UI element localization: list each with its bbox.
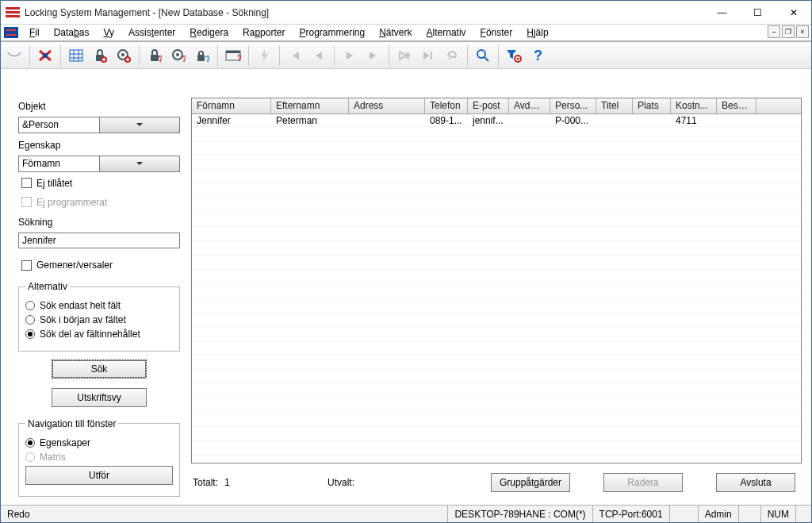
tool-apply-icon[interactable]: [416, 44, 440, 67]
radio-matris: Matris: [25, 452, 173, 463]
status-port: TCP-Port:6001: [592, 506, 669, 522]
col-epost[interactable]: E-post: [468, 98, 509, 113]
sok-button[interactable]: Sök: [52, 360, 147, 379]
mdi-window-controls: – ❐ ×: [768, 25, 809, 38]
tool-filter-gear-icon[interactable]: [502, 44, 526, 67]
col-efternamn[interactable]: Efternamn: [271, 98, 349, 113]
svg-point-10: [176, 53, 179, 56]
col-kostn[interactable]: Kostn...: [671, 98, 717, 113]
tool-transponder-properties-icon[interactable]: ?: [167, 44, 190, 67]
svg-point-17: [477, 50, 485, 58]
ej-programmerat-checkbox: Ej programmerat: [21, 197, 180, 208]
tool-login-icon[interactable]: [2, 44, 26, 67]
utfor-button[interactable]: Utför: [25, 466, 173, 485]
menu-assistenter[interactable]: Assistenter: [122, 27, 182, 38]
col-fornamn[interactable]: Förnamn: [192, 98, 271, 113]
svg-text:?: ?: [205, 54, 209, 63]
status-ready: Redo: [1, 506, 447, 522]
gruppatgarder-button[interactable]: Gruppåtgärder: [491, 473, 570, 492]
menu-bar: Fil Databas Vy Assistenter Redigera Rapp…: [1, 25, 811, 42]
navigation-group: Navigation till fönster Egenskaper Matri…: [18, 418, 180, 497]
tool-grid-icon[interactable]: [64, 44, 88, 67]
minimize-button[interactable]: —: [704, 1, 740, 24]
tool-first-icon[interactable]: [283, 44, 307, 67]
menu-redigera[interactable]: Redigera: [183, 27, 235, 38]
totalt-label: Totalt:: [193, 477, 218, 488]
chevron-down-icon: [99, 156, 180, 171]
radio-del[interactable]: Sök del av fältinnehållet: [25, 329, 173, 340]
case-checkbox[interactable]: Gemener/versaler: [21, 260, 180, 271]
search-panel: Objekt &Person Egenskap Förnamn Ej tillå…: [18, 98, 180, 498]
radio-egenskaper[interactable]: Egenskaper: [25, 437, 173, 448]
tool-refresh-icon[interactable]: [440, 44, 464, 67]
status-host: DESKTOP-789HANE : COM(*): [447, 506, 592, 522]
svg-rect-1: [70, 50, 82, 61]
menu-alternativ[interactable]: Alternativ: [420, 27, 473, 38]
menu-databas[interactable]: Databas: [48, 27, 96, 38]
menu-vy[interactable]: Vy: [97, 27, 121, 38]
status-user: Admin: [698, 506, 738, 522]
utvalt-label: Utvalt:: [327, 477, 354, 488]
grid-header: Förnamn Efternamn Adress Telefon E-post …: [192, 98, 801, 114]
menu-fonster[interactable]: Fönster: [474, 27, 519, 38]
menu-system-icon[interactable]: [4, 27, 18, 38]
results-grid[interactable]: Förnamn Efternamn Adress Telefon E-post …: [191, 98, 802, 463]
menu-programmering[interactable]: Programmering: [293, 27, 371, 38]
sokning-label: Sökning: [18, 217, 180, 228]
window-title: Locking System Management - [New Databas…: [25, 7, 269, 18]
svg-text:?: ?: [534, 48, 542, 63]
svg-text:?: ?: [158, 54, 162, 63]
mdi-close-button[interactable]: ×: [796, 25, 809, 38]
close-button[interactable]: ✕: [776, 1, 811, 24]
mdi-minimize-button[interactable]: –: [768, 25, 780, 38]
col-adress[interactable]: Adress: [349, 98, 425, 113]
col-plats[interactable]: Plats: [633, 98, 671, 113]
avsluta-button[interactable]: Avsluta: [716, 473, 795, 492]
menu-natverk[interactable]: Nätverk: [373, 27, 418, 38]
tool-lockplan-icon[interactable]: [33, 44, 57, 67]
objekt-select[interactable]: &Person: [18, 117, 180, 133]
mdi-restore-button[interactable]: ❐: [782, 25, 795, 38]
tool-prev-icon[interactable]: [307, 44, 331, 67]
status-num: NUM: [760, 506, 795, 522]
radera-button: Radera: [603, 473, 683, 492]
chevron-down-icon: [99, 117, 180, 133]
tool-lock-properties-icon[interactable]: ?: [143, 44, 167, 67]
col-perso[interactable]: Perso...: [550, 98, 596, 113]
col-telefon[interactable]: Telefon: [425, 98, 468, 113]
title-bar: Locking System Management - [New Databas…: [1, 1, 811, 25]
utskriftsvy-button[interactable]: Utskriftsvy: [52, 388, 147, 407]
toolbar: ? ? ? ? ?: [1, 42, 811, 69]
table-row[interactable]: Jennifer Peterman 089-1... jennif... P-0…: [192, 114, 801, 129]
tool-cancel-icon[interactable]: [393, 44, 416, 67]
svg-point-0: [43, 53, 48, 58]
tool-flash-icon[interactable]: [252, 44, 276, 67]
menu-fil[interactable]: Fil: [23, 27, 46, 38]
tool-last-icon[interactable]: [362, 44, 385, 67]
tool-new-lock-icon[interactable]: [88, 44, 112, 67]
tool-help-icon[interactable]: ?: [526, 44, 550, 67]
svg-text:?: ?: [237, 54, 241, 62]
ej-tillatet-checkbox[interactable]: Ej tillåtet: [21, 178, 180, 189]
svg-point-19: [517, 57, 519, 60]
objekt-value: &Person: [19, 117, 99, 133]
app-icon: [6, 7, 20, 18]
egenskap-select[interactable]: Förnamn: [18, 156, 180, 172]
tool-window-icon[interactable]: ?: [221, 44, 245, 67]
menu-hjalp[interactable]: Hjälp: [520, 27, 554, 38]
results-panel: Förnamn Efternamn Adress Telefon E-post …: [191, 98, 802, 498]
tool-lock-read-icon[interactable]: ?: [190, 44, 214, 67]
radio-borjan[interactable]: Sök i början av fältet: [25, 314, 173, 325]
col-titel[interactable]: Titel: [596, 98, 633, 113]
col-beskri[interactable]: Beskri...: [717, 98, 756, 113]
svg-point-5: [121, 53, 124, 56]
menu-rapporter[interactable]: Rapporter: [236, 27, 291, 38]
maximize-button[interactable]: ☐: [740, 1, 776, 24]
egenskap-value: Förnamn: [19, 156, 99, 171]
col-avdel[interactable]: Avdel...: [509, 98, 550, 113]
radio-helt-falt[interactable]: Sök endast helt fält: [25, 300, 173, 311]
tool-next-icon[interactable]: [338, 44, 362, 67]
sokning-input[interactable]: Jennifer: [18, 233, 180, 249]
tool-search-icon[interactable]: [471, 44, 495, 67]
tool-new-transponder-icon[interactable]: [112, 44, 136, 67]
